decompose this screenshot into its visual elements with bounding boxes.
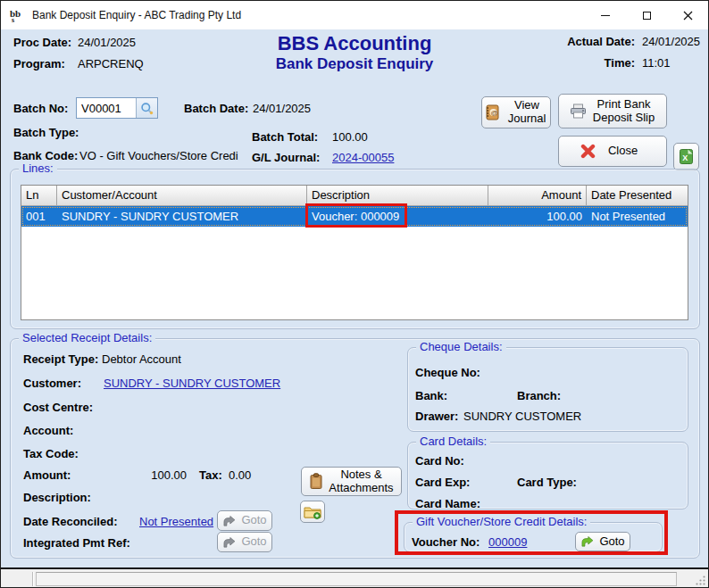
cost-centre-label: Cost Centre: — [23, 401, 93, 414]
description-label: Description: — [23, 491, 91, 504]
batch-no-search-button[interactable] — [136, 98, 157, 118]
row-date-presented: Not Presented — [587, 206, 688, 227]
window-title: Bank Deposit Enquiry - ABC Trading Pty L… — [32, 9, 241, 21]
add-attachment-button[interactable] — [300, 501, 325, 523]
goto-arrow-icon — [222, 537, 236, 548]
amount-value: 100.00 — [117, 468, 187, 482]
gl-journal-link[interactable]: 2024-00055 — [332, 151, 394, 164]
maximize-icon — [643, 12, 651, 20]
notes-attachments-button[interactable]: Notes & Attachments — [301, 467, 402, 496]
goto-integrated-pmt-label: Goto — [241, 535, 266, 549]
folder-add-icon — [304, 505, 321, 519]
svg-text:s: s — [12, 16, 14, 23]
close-button[interactable]: Close — [558, 136, 667, 167]
batch-no-lookup — [76, 97, 158, 119]
goto-integrated-pmt-button: Goto — [217, 532, 272, 552]
maximize-button[interactable] — [626, 1, 667, 29]
voucher-no-label: Voucher No: — [412, 535, 480, 549]
printer-icon — [570, 104, 587, 119]
goto-voucher-button[interactable]: Goto — [575, 532, 630, 551]
title-bar: bb s Bank Deposit Enquiry - ABC Trading … — [1, 1, 708, 29]
bank-label: Bank: — [415, 389, 447, 402]
date-reconciled-label: Date Reconciled: — [23, 515, 117, 528]
lines-table-header: Ln Customer/Account Description Amount D… — [21, 186, 688, 206]
goto-arrow-icon — [580, 536, 594, 547]
svg-text:X: X — [682, 153, 688, 162]
goto-arrow-icon — [222, 516, 236, 526]
row-amount: 100.00 — [488, 206, 587, 227]
batch-total-label: Batch Total: — [252, 130, 318, 144]
drawer-value: SUNDRY CUSTOMER — [463, 410, 581, 423]
tax-code-label: Tax Code: — [23, 447, 79, 460]
close-window-button[interactable] — [667, 1, 708, 29]
close-icon — [683, 11, 693, 21]
voucher-no-link[interactable]: 000009 — [488, 535, 527, 549]
table-row[interactable]: 001 SUNDRY - SUNDRY CUSTOMER Voucher: 00… — [21, 206, 688, 227]
journal-icon: @ — [484, 104, 500, 120]
card-name-label: Card Name: — [415, 497, 480, 510]
gl-journal-label: G/L Journal: — [252, 151, 320, 164]
status-bar — [1, 567, 708, 588]
tax-label: Tax: — [199, 468, 222, 482]
cheque-details-title: Cheque Details: — [416, 340, 506, 353]
actual-date-label: Actual Date: — [563, 35, 635, 48]
row-customer: SUNDRY - SUNDRY CUSTOMER — [57, 206, 307, 227]
time-value: 11:01 — [642, 56, 671, 70]
time-label: Time: — [563, 56, 635, 70]
app-logo-icon: bb s — [9, 7, 25, 23]
date-reconciled-link[interactable]: Not Presented — [139, 515, 213, 528]
customer-link[interactable]: SUNDRY - SUNDRY CUSTOMER — [104, 377, 280, 390]
column-header-customer[interactable]: Customer/Account — [57, 186, 307, 205]
branch-label: Branch: — [517, 389, 561, 402]
minimize-icon — [601, 15, 610, 16]
close-x-icon — [580, 144, 596, 159]
row-description: Voucher: 000009 — [307, 206, 488, 227]
app-window: bb s Bank Deposit Enquiry - ABC Trading … — [0, 0, 709, 588]
batch-no-input[interactable] — [77, 98, 136, 118]
print-bank-deposit-slip-label: Print Bank Deposit Slip — [592, 98, 656, 125]
customer-label: Customer: — [23, 377, 81, 390]
view-journal-label: View Journal — [505, 99, 548, 126]
bank-code-value: VO - Gift Vouchers/Store Credi — [79, 149, 238, 162]
bank-code-label: Bank Code: — [13, 149, 78, 162]
lines-group-title: Lines: — [19, 161, 57, 175]
drawer-label: Drawer: — [415, 410, 458, 423]
batch-date-label: Batch Date: — [184, 102, 248, 115]
column-header-description[interactable]: Description — [307, 186, 488, 205]
export-excel-button[interactable]: X — [673, 143, 699, 170]
card-details-title: Card Details: — [416, 435, 490, 448]
batch-no-label: Batch No: — [13, 102, 68, 115]
close-button-label: Close — [601, 145, 646, 158]
batch-total-value: 100.00 — [332, 130, 368, 144]
resize-grip[interactable] — [695, 575, 706, 586]
tax-value: 0.00 — [229, 468, 251, 482]
account-label: Account: — [23, 424, 73, 437]
actual-date-value: 24/01/2025 — [642, 35, 700, 48]
goto-reconciled-button: Goto — [217, 510, 272, 531]
search-icon — [140, 102, 154, 115]
integrated-pmt-ref-label: Integrated Pmt Ref: — [23, 536, 130, 550]
receipt-details-title: Selected Receipt Details: — [19, 331, 155, 344]
status-message-panel — [36, 572, 677, 586]
notes-attachments-label: Notes & Attachments — [329, 468, 395, 495]
goto-voucher-label: Goto — [599, 535, 624, 549]
batch-date-value: 24/01/2025 — [253, 102, 311, 115]
gift-voucher-title: Gift Voucher/Store Credit Details: — [413, 515, 590, 528]
cheque-no-label: Cheque No: — [415, 366, 480, 379]
excel-icon: X — [679, 148, 694, 165]
goto-reconciled-label: Goto — [241, 514, 266, 527]
card-type-label: Card Type: — [517, 476, 577, 489]
print-bank-deposit-slip-button[interactable]: Print Bank Deposit Slip — [558, 94, 667, 128]
card-exp-label: Card Exp: — [415, 476, 470, 489]
status-bar-divider — [32, 572, 33, 586]
column-header-amount[interactable]: Amount — [488, 186, 587, 205]
batch-type-label: Batch Type: — [13, 126, 79, 139]
column-header-date-presented[interactable]: Date Presented — [587, 186, 688, 205]
column-header-ln[interactable]: Ln — [21, 186, 57, 205]
resize-grip-icon — [695, 575, 706, 586]
svg-text:@: @ — [491, 109, 498, 117]
minimize-button[interactable] — [585, 1, 626, 29]
card-no-label: Card No: — [415, 454, 464, 468]
view-journal-button[interactable]: @ View Journal — [481, 96, 551, 128]
clipboard-icon — [309, 473, 323, 490]
